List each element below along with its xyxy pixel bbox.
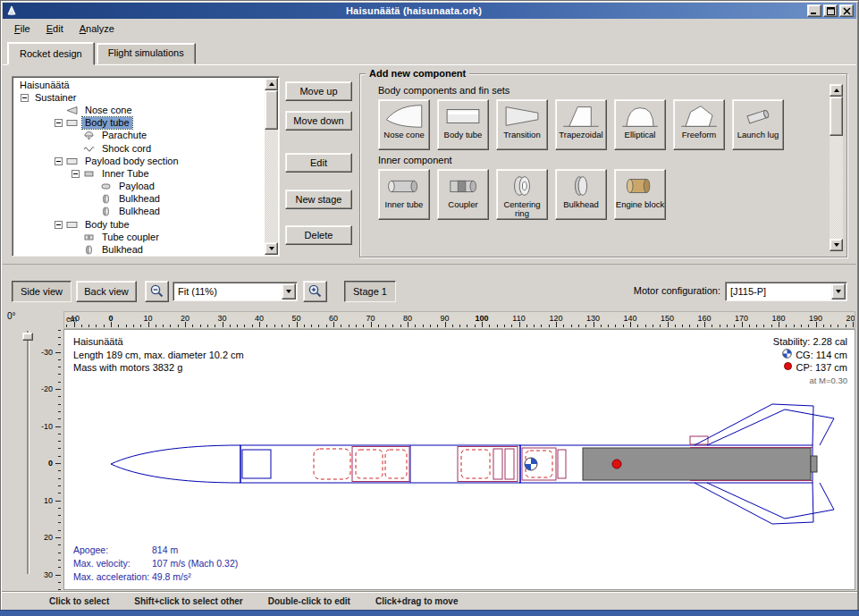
palette-launch-lug-button[interactable]: Launch lug <box>732 99 784 150</box>
palette-scrollbar[interactable] <box>830 84 843 251</box>
tree-row[interactable]: Parachute <box>13 130 264 142</box>
tree-item-label[interactable]: Nose cone <box>82 105 135 116</box>
tree-item-label[interactable]: Bulkhead <box>116 193 163 205</box>
tab-rocket-design[interactable]: Rocket design <box>7 42 95 65</box>
palette-centering-ring-button[interactable]: Centering ring <box>496 169 548 220</box>
bulkhead-icon <box>100 194 114 204</box>
palette-elliptical-button[interactable]: Elliptical <box>614 99 666 150</box>
edit-button[interactable]: Edit <box>285 153 352 173</box>
tree-row[interactable]: Payload body section <box>13 155 264 167</box>
tree-item-label[interactable]: Tube coupler <box>99 232 162 243</box>
menu-file[interactable]: File <box>7 21 38 36</box>
tree-expander-icon[interactable] <box>55 157 63 165</box>
new-stage-button[interactable]: New stage <box>285 190 352 209</box>
tree-item-label[interactable]: Parachute <box>99 130 149 141</box>
zoom-out-button[interactable] <box>145 281 169 302</box>
palette-body-tube-button[interactable]: Body tube <box>437 99 489 150</box>
chevron-down-icon[interactable] <box>282 283 296 300</box>
tree-scrollbar-thumb[interactable] <box>265 90 278 130</box>
palette-freeform-button[interactable]: Freeform <box>673 99 725 150</box>
tree-item-label[interactable]: Bulkhead <box>99 244 146 255</box>
menu-analyze[interactable]: Analyze <box>72 21 122 36</box>
tree-item-label[interactable]: Inner Tube <box>99 168 152 180</box>
scroll-down-icon[interactable] <box>830 239 843 251</box>
palette-engine-block-button[interactable]: Engine block <box>614 169 666 220</box>
body-tube-icon <box>66 156 80 166</box>
flight-stats: Apogee:814 mMax. velocity:107 m/s (Mach … <box>73 544 238 584</box>
tree-item-label[interactable]: Body tube <box>82 117 132 129</box>
palette-transition-button[interactable]: Transition <box>496 99 548 150</box>
palette-inner-tube-button[interactable]: Inner tube <box>378 169 430 220</box>
component-tree: HaisunäätäSustainerNose coneBody tubePar… <box>12 76 280 257</box>
delete-button[interactable]: Delete <box>285 225 352 245</box>
rocket-name: Haisunäätä <box>73 335 244 349</box>
zoom-in-button[interactable] <box>303 281 327 302</box>
inner-tube-icon <box>383 172 425 200</box>
tree-row[interactable]: Sustainer <box>13 91 264 104</box>
tab-flight-simulations[interactable]: Flight simulations <box>97 43 196 64</box>
tree-item-label[interactable]: Sustainer <box>32 92 79 104</box>
palette-trapezoidal-button[interactable]: Trapezoidal <box>555 99 607 150</box>
tree-item-label[interactable]: Haisunäätä <box>17 80 72 91</box>
maximize-button[interactable] <box>823 4 838 17</box>
move-down-button[interactable]: Move down <box>285 111 352 131</box>
rocket-canvas[interactable]: Haisunäätä Length 189 cm, max. diameter … <box>63 329 855 590</box>
tree-row[interactable]: Payload <box>13 181 264 193</box>
tree-rows: HaisunäätäSustainerNose coneBody tubePar… <box>13 78 264 255</box>
flight-stat-value: 107 m/s (Mach 0.32) <box>152 557 238 570</box>
palette-item-label: Trapezoidal <box>559 131 602 139</box>
tree-row[interactable]: Body tube <box>13 117 264 130</box>
tree-row[interactable]: Inner Tube <box>13 167 264 180</box>
tree-row[interactable]: Shock cord <box>13 142 264 155</box>
tree-row[interactable]: Nose cone <box>13 104 264 116</box>
palette-nose-cone-button[interactable]: Nose cone <box>378 99 430 150</box>
tree-item-label[interactable]: Payload <box>116 181 157 192</box>
motor-config-value: [J115-P] <box>730 286 766 297</box>
cg-value: CG: 114 cm <box>796 349 847 362</box>
tree-row[interactable]: Body tube <box>13 218 264 231</box>
palette-bulkhead-button[interactable]: Bulkhead <box>555 169 607 220</box>
tree-expander-icon[interactable] <box>21 94 29 102</box>
scroll-up-icon[interactable] <box>265 78 278 90</box>
scroll-up-icon[interactable] <box>830 84 843 97</box>
ruler-label: 130 <box>586 314 600 323</box>
palette-item-label: Centering ring <box>497 200 547 219</box>
tree-row[interactable]: Bulkhead <box>13 206 264 218</box>
palette-scrollbar-thumb[interactable] <box>830 97 843 136</box>
tree-expander-icon[interactable] <box>55 119 63 127</box>
tree-scrollbar[interactable] <box>265 78 278 255</box>
tree-row[interactable]: Tube coupler <box>13 231 264 243</box>
motor-config-label: Motor configuration: <box>634 285 720 296</box>
view-panel: Side view Back view Fit (11%) Stage 1 Mo… <box>3 265 856 591</box>
minimize-button[interactable] <box>807 4 821 17</box>
ruler-label: 190 <box>809 314 822 323</box>
scroll-down-icon[interactable] <box>265 242 278 255</box>
tree-row[interactable]: Bulkhead <box>13 193 264 206</box>
side-view-button[interactable]: Side view <box>12 281 72 302</box>
tree-expander-icon[interactable] <box>55 221 63 229</box>
move-up-button[interactable]: Move up <box>285 81 352 101</box>
tree-item-label[interactable]: Payload body section <box>82 156 181 167</box>
rotation-slider[interactable] <box>22 331 33 574</box>
palette-coupler-button[interactable]: Coupler <box>437 169 489 220</box>
tree-row[interactable]: Bulkhead <box>13 243 264 255</box>
tree-row[interactable]: Haisunäätä <box>13 79 264 91</box>
view-toolbar: Side view Back view Fit (11%) Stage 1 Mo… <box>3 281 856 304</box>
zoom-combo[interactable]: Fit (11%) <box>173 282 298 301</box>
chevron-down-icon[interactable] <box>831 283 846 300</box>
ruler-label: 160 <box>697 314 711 323</box>
tree-expander-icon[interactable] <box>72 170 80 178</box>
elliptical-icon <box>619 102 661 131</box>
back-view-button[interactable]: Back view <box>76 281 137 302</box>
tree-item-label[interactable]: Bulkhead <box>116 206 163 217</box>
tree-item-label[interactable]: Body tube <box>82 219 132 231</box>
tree-item-label[interactable]: Shock cord <box>99 143 154 155</box>
menu-edit[interactable]: Edit <box>39 21 71 36</box>
stage-1-toggle[interactable]: Stage 1 <box>344 281 396 302</box>
menu-bar: FileEditAnalyze <box>3 19 856 38</box>
close-button[interactable] <box>839 4 854 17</box>
ruler-label: 0 <box>108 314 113 323</box>
title-bar[interactable]: Haisunäätä (haisunaata.ork) <box>3 3 856 19</box>
rotation-slider-handle[interactable] <box>22 333 33 341</box>
motor-config-combo[interactable]: [J115-P] <box>725 282 847 301</box>
